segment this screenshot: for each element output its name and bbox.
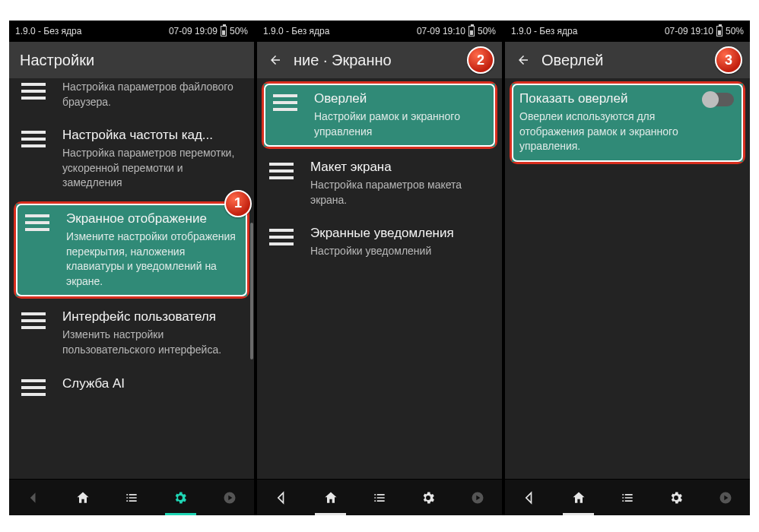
highlight-frame-3: Показать оверлей Оверлеи используются дл… xyxy=(510,81,745,164)
list-icon xyxy=(25,214,49,231)
status-version: 1.9.0 - Без ядра xyxy=(511,26,577,36)
status-time: 07-09 19:10 xyxy=(417,26,465,36)
status-version: 1.9.0 - Без ядра xyxy=(15,26,81,36)
settings-item-onscreen-display[interactable]: Экранное отображение Измените настройки … xyxy=(16,204,247,296)
item-desc: Настройки рамок и экранного управления xyxy=(314,109,486,139)
nav-back[interactable] xyxy=(505,480,554,515)
item-title: Экранные уведомления xyxy=(310,226,490,241)
page-title: ние · Экранно xyxy=(294,52,392,69)
item-desc: Изменить настройки пользовательского инт… xyxy=(62,328,242,357)
settings-item-filebrowser[interactable]: Настройка параметров файлового браузера. xyxy=(9,78,254,119)
status-bar: 1.9.0 - Без ядра 07-09 19:10 50% xyxy=(505,21,750,42)
item-title: Интерфейс пользователя xyxy=(62,309,242,325)
status-battery: 50% xyxy=(230,26,248,36)
item-title: Служба AI xyxy=(62,376,242,391)
item-desc: Оверлеи используются для отображения рам… xyxy=(519,109,693,154)
scrollbar[interactable] xyxy=(250,223,253,359)
status-version: 1.9.0 - Без ядра xyxy=(263,26,329,36)
back-button[interactable] xyxy=(268,52,283,68)
toggle-show-overlay[interactable] xyxy=(703,93,734,106)
list-icon xyxy=(21,379,46,396)
item-desc: Настройка параметров макета экрана. xyxy=(310,178,490,207)
nav-back[interactable] xyxy=(9,480,58,515)
page-title: Оверлей xyxy=(541,52,603,69)
step-badge-1: 1 xyxy=(224,190,252,217)
nav-forward[interactable] xyxy=(205,480,254,515)
nav-settings[interactable] xyxy=(404,480,453,515)
list-icon xyxy=(273,94,297,111)
settings-item-user-interface[interactable]: Интерфейс пользователя Изменить настройк… xyxy=(9,300,254,366)
item-title: Настройка частоты кад... xyxy=(62,128,242,143)
osd-list[interactable]: Оверлей Настройки рамок и экранного упра… xyxy=(257,78,502,479)
nav-list[interactable] xyxy=(355,480,404,515)
osd-item-notifications[interactable]: Экранные уведомления Настройки уведомлен… xyxy=(257,217,502,268)
status-time: 07-09 19:09 xyxy=(169,26,218,36)
nav-list[interactable] xyxy=(107,480,156,515)
nav-list[interactable] xyxy=(603,480,652,515)
list-icon xyxy=(269,163,294,179)
osd-item-layout[interactable]: Макет экрана Настройка параметров макета… xyxy=(257,150,502,217)
bottom-nav xyxy=(257,479,502,515)
item-title: Макет экрана xyxy=(310,160,490,175)
list-icon xyxy=(21,312,46,329)
titlebar: Оверлей 3 xyxy=(505,42,750,78)
nav-forward[interactable] xyxy=(453,480,502,515)
status-bar: 1.9.0 - Без ядра 07-09 19:09 50% xyxy=(9,21,254,42)
battery-icon xyxy=(716,26,722,36)
screen-onscreen-display: 1.9.0 - Без ядра 07-09 19:10 50% ние · Э… xyxy=(257,21,502,515)
list-icon xyxy=(21,83,46,100)
item-title: Экранное отображение xyxy=(66,211,238,226)
bottom-nav xyxy=(505,479,750,515)
status-battery: 50% xyxy=(478,26,496,36)
nav-home[interactable] xyxy=(306,480,354,515)
titlebar: ние · Экранно 2 xyxy=(257,42,502,78)
battery-icon xyxy=(221,26,227,36)
status-battery: 50% xyxy=(726,26,744,36)
overlay-list[interactable]: Показать оверлей Оверлеи используются дл… xyxy=(505,78,750,479)
highlight-frame-1: 1 Экранное отображение Измените настройк… xyxy=(14,201,249,299)
battery-icon xyxy=(468,26,475,36)
step-badge-2: 2 xyxy=(467,46,494,74)
nav-home[interactable] xyxy=(554,480,602,515)
highlight-frame-2: Оверлей Настройки рамок и экранного упра… xyxy=(262,81,497,149)
item-desc: Измените настройки отображения перекрыти… xyxy=(66,230,238,289)
screen-settings: 1.9.0 - Без ядра 07-09 19:09 50% Настрой… xyxy=(9,21,254,515)
item-desc: Настройка параметров файлового браузера. xyxy=(62,80,242,109)
nav-back[interactable] xyxy=(257,480,306,515)
list-icon xyxy=(269,229,294,245)
settings-item-ai-service[interactable]: Служба AI xyxy=(9,367,254,405)
item-title: Оверлей xyxy=(314,91,486,106)
titlebar: Настройки xyxy=(9,42,254,78)
bottom-nav xyxy=(9,479,254,515)
nav-settings[interactable] xyxy=(652,480,700,515)
item-desc: Настройка параметров перемотки, ускоренн… xyxy=(62,146,242,191)
status-bar: 1.9.0 - Без ядра 07-09 19:10 50% xyxy=(257,21,502,42)
list-icon xyxy=(21,131,46,147)
step-badge-3: 3 xyxy=(715,46,742,74)
nav-home[interactable] xyxy=(58,480,106,515)
item-desc: Настройки уведомлений xyxy=(310,244,490,259)
settings-list[interactable]: Настройка параметров файлового браузера.… xyxy=(9,78,254,479)
settings-item-framerate[interactable]: Настройка частоты кад... Настройка парам… xyxy=(9,119,254,200)
status-time: 07-09 19:10 xyxy=(665,26,713,36)
screen-overlay: 1.9.0 - Без ядра 07-09 19:10 50% Оверлей… xyxy=(505,21,750,515)
osd-item-overlay[interactable]: Оверлей Настройки рамок и экранного упра… xyxy=(264,84,495,147)
page-title: Настройки xyxy=(20,52,94,69)
nav-forward[interactable] xyxy=(701,480,750,515)
overlay-item-show-overlay[interactable]: Показать оверлей Оверлеи используются дл… xyxy=(512,84,743,162)
item-title: Показать оверлей xyxy=(519,91,693,106)
nav-settings[interactable] xyxy=(156,480,205,515)
back-button[interactable] xyxy=(516,52,531,68)
